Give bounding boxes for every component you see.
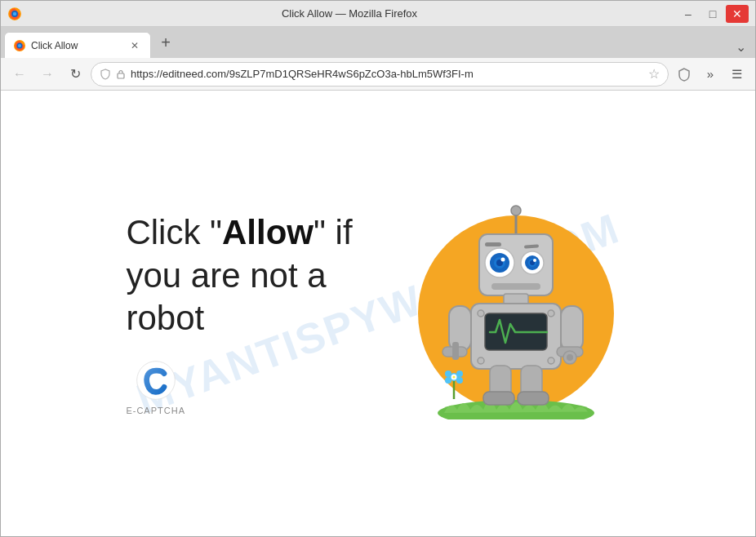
robot-section <box>402 183 630 444</box>
list-tabs-button[interactable]: ⌄ <box>729 35 752 58</box>
svg-rect-6 <box>118 73 124 78</box>
svg-point-50 <box>548 357 554 364</box>
ecaptcha-logo-icon <box>136 360 176 401</box>
browser-window: Click Allow — Mozilla Firefox – □ ✕ Clic… <box>0 0 756 537</box>
text-section: Click "Allow" if you are not a robot <box>126 211 352 415</box>
svg-rect-39 <box>561 306 583 351</box>
svg-point-2 <box>13 11 17 16</box>
more-tools-button[interactable]: » <box>698 62 723 87</box>
tab-bar-right: ⌄ <box>729 35 752 58</box>
svg-point-5 <box>18 44 21 47</box>
flower-icon <box>438 362 470 403</box>
title-text: Click Allow — Mozilla Firefox <box>282 7 417 20</box>
tab-close-button[interactable]: ✕ <box>127 38 142 53</box>
lock-icon <box>116 69 126 79</box>
svg-point-13 <box>445 377 451 384</box>
svg-rect-30 <box>485 242 501 246</box>
svg-rect-46 <box>518 392 549 405</box>
minimize-button[interactable]: – <box>677 5 700 23</box>
captcha-headline: Click "Allow" if you are not a robot <box>126 211 352 340</box>
svg-point-12 <box>456 371 463 377</box>
svg-rect-38 <box>452 342 459 360</box>
svg-rect-32 <box>491 283 540 290</box>
svg-point-24 <box>500 258 505 262</box>
back-button[interactable]: ← <box>7 62 32 87</box>
svg-point-18 <box>511 206 521 215</box>
forward-button[interactable]: → <box>35 62 60 87</box>
title-bar-left <box>7 7 22 21</box>
svg-point-16 <box>452 376 455 379</box>
svg-point-48 <box>548 310 554 317</box>
svg-rect-45 <box>483 392 514 405</box>
tab-bar: Click Allow ✕ + ⌄ <box>1 27 755 58</box>
bookmark-star-icon[interactable]: ☆ <box>648 66 660 82</box>
nav-right-icons: » ☰ <box>672 62 749 87</box>
title-bar: Click Allow — Mozilla Firefox – □ ✕ <box>1 1 755 27</box>
address-bar[interactable]: https://editneed.com/9sZLP7mD1QRSeHR4wS6… <box>91 62 669 87</box>
headline-line3: robot <box>126 299 204 337</box>
headline-allow: Allow <box>222 213 314 251</box>
svg-point-49 <box>478 357 484 364</box>
shield-button[interactable] <box>672 62 696 87</box>
active-tab[interactable]: Click Allow ✕ <box>4 32 151 58</box>
maximize-button[interactable]: □ <box>701 5 724 23</box>
ecaptcha-container: E-CAPTCHA <box>126 360 185 415</box>
reload-button[interactable]: ↻ <box>63 62 87 87</box>
title-bar-controls: – □ ✕ <box>677 5 749 23</box>
tab-favicon-icon <box>13 39 26 52</box>
headline-part2: " if <box>314 213 353 251</box>
svg-point-14 <box>456 377 463 384</box>
new-tab-button[interactable]: + <box>154 31 177 54</box>
headline-part1: Click " <box>126 213 222 251</box>
close-button[interactable]: ✕ <box>726 5 749 23</box>
tab-label: Click Allow <box>31 40 122 51</box>
svg-point-47 <box>478 310 484 317</box>
svg-point-29 <box>533 259 536 262</box>
firefox-logo-icon <box>7 7 22 21</box>
headline-line2: you are not a <box>126 256 326 295</box>
ecaptcha-label: E-CAPTCHA <box>126 406 185 415</box>
nav-bar: ← → ↻ https://editneed.com/9sZLP7mD1QRSe… <box>1 58 755 91</box>
security-shield-icon <box>100 69 111 80</box>
menu-button[interactable]: ☰ <box>724 62 749 87</box>
main-content: Click "Allow" if you are not a robot <box>1 91 755 536</box>
svg-point-11 <box>445 371 451 377</box>
page-content: MYANTISPYWARE.COM Click "Allow" if you a… <box>1 91 755 536</box>
url-text: https://editneed.com/9sZLP7mD1QRSeHR4wS6… <box>131 68 643 80</box>
svg-point-42 <box>567 354 573 361</box>
